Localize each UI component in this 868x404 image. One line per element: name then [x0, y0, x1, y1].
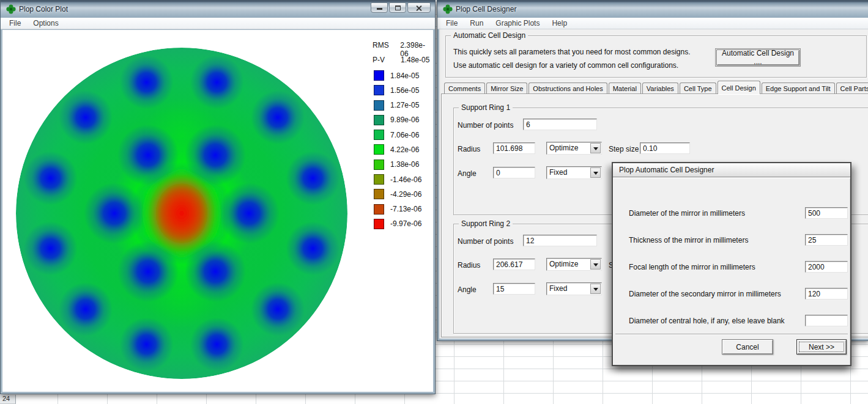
tab-cell-parts[interactable]: Cell Parts — [836, 83, 868, 94]
ring1-points-input[interactable] — [523, 119, 597, 130]
spreadsheet-row-header: 24 — [0, 395, 16, 404]
legend-row: 1.56e-05 — [365, 85, 432, 95]
dialog-field-input[interactable] — [805, 207, 848, 219]
tab-edge-support-and-tilt[interactable]: Edge Support and Tilt — [762, 83, 835, 94]
legend-row: 1.84e-05 — [365, 70, 432, 81]
tab-material[interactable]: Material — [609, 83, 641, 94]
legend-value: 9.89e-06 — [390, 116, 419, 124]
legend-swatch — [374, 160, 384, 170]
tab-cell-type[interactable]: Cell Type — [680, 83, 716, 94]
dialog-field-input[interactable] — [805, 261, 848, 273]
next-button-label: Next >> — [809, 343, 834, 351]
legend-row: 9.89e-06 — [365, 115, 432, 125]
legend-swatch — [374, 85, 384, 95]
menu-graphic-plots[interactable]: Graphic Plots — [489, 19, 546, 28]
tab-cell-design[interactable]: Cell Design — [718, 81, 760, 94]
dialog-field-input[interactable] — [805, 288, 848, 299]
dialog-field-input[interactable] — [805, 315, 848, 326]
dialog-field-input[interactable] — [805, 234, 848, 246]
minimize-icon — [377, 8, 382, 10]
chevron-down-icon[interactable] — [590, 259, 601, 270]
stat-row: RMS2.398e-06 — [365, 41, 432, 56]
menu-file[interactable]: File — [440, 19, 464, 28]
ring2-points-label: Number of points — [458, 237, 513, 246]
legend-value: 7.06e-06 — [390, 131, 419, 139]
legend-row: 1.38e-06 — [365, 160, 432, 170]
auto-design-description-2: Use automatic cell design for a variety … — [453, 61, 678, 70]
group-title: Automatic Cell Design — [451, 31, 528, 40]
plot-statistics: RMS2.398e-06P-V1.48e-05 — [365, 41, 432, 70]
window-title: Plop Cell Designer — [456, 5, 516, 13]
dialog-field-label: Focal length of the mirror in millimeter… — [629, 263, 755, 271]
legend-value: -4.29e-06 — [390, 190, 421, 199]
color-plot-window: Plop Color Plot FileOptions — [0, 0, 436, 394]
dialog-field-row: Thickness of the mirror in millimeters — [613, 234, 850, 248]
chevron-down-icon[interactable] — [590, 284, 601, 294]
dialog-field-label: Thickness of the mirror in millimeters — [629, 236, 748, 244]
ring1-radius-input[interactable] — [493, 142, 535, 154]
group-title: Support Ring 1 — [459, 103, 513, 112]
desktop: 24 Plop Color Plot FileOptions — [0, 0, 868, 404]
legend-value: 1.38e-06 — [390, 160, 419, 169]
legend-value: -7.13e-06 — [390, 205, 421, 213]
next-button[interactable]: Next >> — [796, 339, 847, 354]
automatic-cell-design-button[interactable]: Automatic Cell Design .... — [716, 50, 799, 65]
dialog-field-label: Diameter of the mirror in millimeters — [629, 209, 745, 218]
automatic-cell-designer-dialog: Plop Automatic Cell Designer Diameter of… — [612, 162, 851, 366]
app-icon — [6, 4, 16, 14]
window-controls — [371, 2, 431, 13]
group-title: Support Ring 2 — [459, 219, 513, 228]
tab-mirror-size[interactable]: Mirror Size — [486, 83, 527, 94]
chevron-down-icon[interactable] — [590, 143, 601, 153]
ring2-radius-input[interactable] — [493, 259, 535, 270]
ring1-step-label: Step size — [609, 145, 639, 153]
legend-swatch — [374, 70, 384, 81]
dialog-separator — [615, 334, 848, 335]
combo-value: Optimize — [549, 144, 578, 152]
window-title: Plop Color Plot — [19, 5, 68, 13]
ring2-points-input[interactable] — [523, 235, 597, 246]
chevron-down-icon[interactable] — [590, 167, 601, 178]
legend-swatch — [374, 204, 384, 215]
combo-value: Optimize — [549, 260, 578, 268]
tab-variables[interactable]: Variables — [642, 83, 678, 94]
ring2-radius-mode-combo[interactable]: Optimize — [546, 258, 602, 271]
menu-file[interactable]: File — [3, 19, 27, 28]
plot-legend: RMS2.398e-06P-V1.48e-05 1.84e-051.56e-05… — [365, 41, 432, 233]
legend-swatch — [374, 130, 384, 140]
ring2-angle-input[interactable] — [493, 283, 535, 295]
legend-scale: 1.84e-051.56e-051.27e-059.89e-067.06e-06… — [365, 70, 432, 229]
tab-comments[interactable]: Comments — [444, 83, 485, 94]
ring2-radius-label: Radius — [458, 261, 480, 270]
legend-swatch — [374, 144, 384, 155]
legend-value: -1.46e-06 — [390, 175, 421, 184]
ring1-angle-mode-combo[interactable]: Fixed — [546, 166, 602, 179]
maximize-button[interactable] — [389, 2, 406, 13]
color-plot-menubar: FileOptions — [1, 18, 435, 29]
dialog-field-row: Diameter of the mirror in millimeters — [613, 207, 850, 221]
legend-row: 4.22e-06 — [365, 144, 432, 155]
ring1-angle-input[interactable] — [493, 167, 535, 178]
ring2-angle-mode-combo[interactable]: Fixed — [546, 282, 602, 295]
ring1-step-input[interactable] — [640, 142, 690, 154]
menu-help[interactable]: Help — [546, 19, 573, 28]
legend-swatch — [374, 174, 384, 185]
dialog-titlebar[interactable]: Plop Automatic Cell Designer — [613, 163, 850, 177]
menu-run[interactable]: Run — [464, 19, 489, 28]
menu-options[interactable]: Options — [27, 19, 64, 28]
ring1-radius-mode-combo[interactable]: Optimize — [546, 142, 602, 155]
legend-row: 7.06e-06 — [365, 130, 432, 140]
stat-label: RMS — [373, 41, 390, 56]
combo-value: Fixed — [549, 284, 567, 293]
minimize-button[interactable] — [371, 2, 388, 13]
legend-value: 1.27e-05 — [390, 101, 419, 109]
tab-obstructions-and-holes[interactable]: Obstructions and Holes — [529, 83, 607, 94]
dialog-field-label: Diameter of central hole, if any, else l… — [629, 317, 785, 325]
stat-label: P-V — [373, 56, 390, 70]
legend-row: -4.29e-06 — [365, 189, 432, 199]
cancel-button[interactable]: Cancel — [722, 339, 773, 354]
cell-designer-titlebar[interactable]: Plop Cell Designer — [437, 1, 868, 18]
legend-value: 4.22e-06 — [390, 145, 419, 154]
close-button[interactable] — [407, 2, 431, 13]
color-plot-titlebar[interactable]: Plop Color Plot — [1, 1, 435, 18]
